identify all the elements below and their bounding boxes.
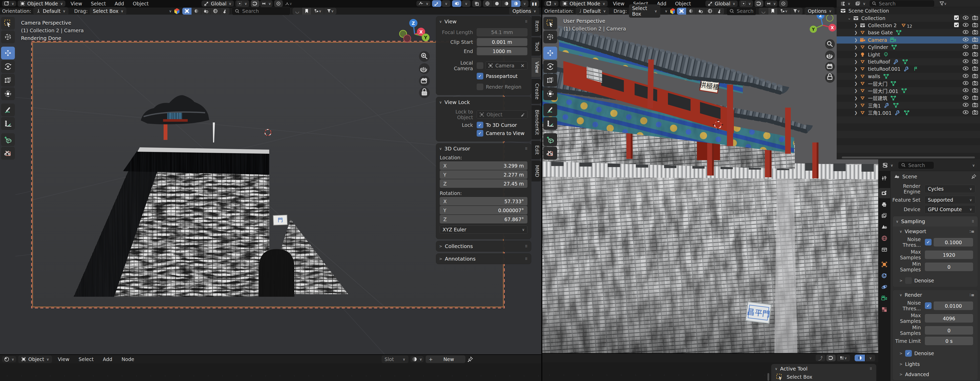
right-viewgroup-frame[interactable]	[677, 8, 686, 14]
disable-render-icon[interactable]	[972, 37, 978, 43]
left-shading-solid[interactable]	[492, 0, 501, 7]
back-arrow-icon[interactable]: ⤴	[816, 355, 826, 361]
local-camera-object-field[interactable]: Camera✕	[485, 62, 527, 70]
cursor-rot-y[interactable]: Y0.000007°	[440, 206, 527, 214]
left-pause-button[interactable]: ▮▮	[530, 0, 539, 7]
disable-render-icon[interactable]	[972, 44, 978, 50]
render-noise-checkbox[interactable]: ✓	[925, 302, 932, 309]
render-min-samples[interactable]: 0	[925, 326, 973, 335]
left-proportional-toggle[interactable]	[274, 0, 283, 7]
shader-menu-add[interactable]: Add	[99, 356, 116, 362]
disable-render-icon[interactable]	[972, 95, 978, 101]
left-snap-toggle[interactable]	[251, 0, 259, 7]
sampling-viewport-header[interactable]: ∨Viewport∶≡	[893, 227, 978, 235]
viewport-noise-field[interactable]: 0.1000	[934, 238, 973, 246]
left-gizmo-dropdown[interactable]: ∨	[442, 0, 450, 7]
clip-start-field[interactable]: 0.001 m	[477, 38, 527, 46]
tool-transform[interactable]	[1, 87, 15, 100]
disable-render-icon[interactable]	[972, 73, 978, 79]
bottom-shading-dropdown[interactable]: ∨	[866, 355, 875, 361]
right-viewgroup-sphere[interactable]	[686, 8, 696, 14]
left-shading-material[interactable]	[502, 0, 511, 7]
right-extras-chevron[interactable]: ∨	[665, 9, 667, 13]
material-sphere-dropdown[interactable]: ∨	[410, 356, 423, 362]
tool-move[interactable]	[1, 47, 15, 59]
pin-icon[interactable]	[468, 356, 473, 362]
tool-scissors[interactable]	[543, 147, 557, 160]
properties-tab-collection[interactable]	[878, 244, 890, 255]
outliner-row-2[interactable]: ❯Collection 212	[837, 22, 980, 29]
outliner-display-mode[interactable]: ∨	[839, 1, 852, 6]
left-xray-toggle[interactable]	[472, 0, 481, 7]
disable-render-icon[interactable]	[972, 22, 978, 28]
left-viewgroup-drop[interactable]	[201, 8, 210, 14]
right-options-dropdown[interactable]: Options∨	[805, 7, 835, 15]
shader-menu-select[interactable]: Select	[75, 356, 97, 362]
left-shading-wireframe[interactable]	[483, 0, 492, 7]
outliner-row-8[interactable]: ❯tietuRoof.001	[837, 65, 980, 73]
advanced-header[interactable]: >Advanced	[893, 368, 978, 378]
tool-add-cube[interactable]	[543, 133, 557, 146]
outliner-row-14[interactable]: ❯三角1.001	[837, 109, 980, 116]
menu-object[interactable]: Object	[129, 1, 152, 6]
cursor-rot-z[interactable]: Z67.867°	[440, 215, 527, 224]
hide-viewport-icon[interactable]	[963, 73, 969, 79]
tool-rotate[interactable]	[543, 60, 557, 73]
hide-viewport-icon[interactable]	[963, 110, 969, 116]
sidebar-tab-mmd[interactable]: MMD	[531, 160, 541, 181]
lock-object-field[interactable]: Object	[477, 110, 527, 119]
euler-dropdown[interactable]: XYZ Euler∨	[440, 225, 527, 234]
right-proportional-toggle[interactable]	[779, 0, 788, 7]
left-extras-chevron[interactable]: ∨	[169, 9, 172, 13]
render-time-limit[interactable]: 0 s	[925, 337, 973, 345]
right-mode-dropdown[interactable]: Object Mode∨	[560, 0, 608, 7]
hide-viewport-icon[interactable]	[963, 95, 969, 101]
left-bookmark-icon[interactable]	[302, 8, 311, 14]
menu-object[interactable]: Object	[671, 1, 695, 6]
properties-tab-world[interactable]	[878, 233, 890, 243]
hide-viewport-icon[interactable]	[963, 81, 969, 86]
outliner-row-3[interactable]: ❯base Gate	[837, 29, 980, 36]
disable-render-icon[interactable]	[972, 110, 978, 116]
properties-tab-texture[interactable]	[878, 305, 890, 314]
tool-annotate[interactable]	[543, 103, 557, 116]
left-mode-dropdown[interactable]: Object Mode∨	[18, 0, 65, 7]
outliner-row-5[interactable]: ❯Cylinder	[837, 44, 980, 51]
left-options-dropdown[interactable]: Options∨	[509, 7, 539, 15]
right-editor-type-button[interactable]: ∨	[544, 1, 558, 6]
render-denoise-header[interactable]: >✓Denoise	[893, 346, 978, 358]
collections-panel[interactable]: >Collections⠿	[436, 241, 531, 252]
tool-scissors[interactable]	[1, 147, 15, 160]
right-orientation-default[interactable]: Default∨	[576, 7, 609, 15]
blenderkit-icon[interactable]	[173, 8, 180, 14]
hide-viewport-icon[interactable]	[963, 37, 969, 43]
viewport-max-samples[interactable]: 1920	[925, 251, 973, 259]
shader-editor-type[interactable]: ∨	[2, 356, 16, 362]
properties-tab-modifiers[interactable]	[878, 271, 890, 281]
right-pivot-dropdown[interactable]: ∨	[739, 0, 753, 7]
right-filter-icon[interactable]: ∨	[790, 8, 803, 14]
sidebar-tab-blenderkit[interactable]: BlenderKit	[531, 105, 541, 140]
disable-render-icon[interactable]	[972, 66, 978, 72]
left-gizmo-toggle[interactable]	[432, 0, 441, 7]
left-drag-dropdown[interactable]: Select Box∨	[90, 7, 126, 15]
hide-viewport-icon[interactable]	[963, 66, 969, 72]
properties-tab-viewlayer[interactable]	[878, 211, 890, 221]
menu-add[interactable]: Add	[111, 1, 128, 6]
properties-tab-render[interactable]	[878, 188, 890, 198]
properties-search[interactable]: Search	[898, 162, 934, 169]
left-tree-icon[interactable]: ∨	[312, 8, 324, 14]
right-viewgroup-drop[interactable]	[696, 8, 705, 14]
sampling-render-header[interactable]: ∨Render∶≡	[893, 290, 978, 299]
left-viewgroup-brush[interactable]	[220, 8, 229, 14]
shader-menu-node[interactable]: Node	[118, 356, 138, 362]
hide-viewport-icon[interactable]	[963, 22, 969, 28]
bottom-snap-settings[interactable]: ∨	[837, 355, 850, 361]
hide-viewport-icon[interactable]	[963, 15, 969, 21]
new-material-button[interactable]: +New	[426, 356, 465, 363]
outliner-row-9[interactable]: ❯walls	[837, 73, 980, 80]
outliner-search[interactable]: Search	[869, 0, 935, 7]
lights-header[interactable]: >Lights	[893, 358, 978, 368]
left-viewgroup-sphere[interactable]	[192, 8, 201, 14]
properties-editor-type[interactable]: ∨	[881, 162, 895, 168]
